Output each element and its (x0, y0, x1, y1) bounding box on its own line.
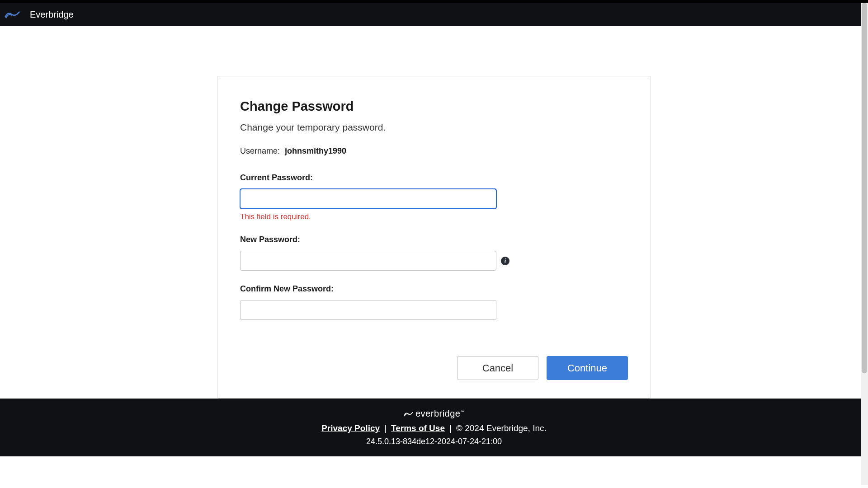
footer-separator: | (384, 423, 387, 433)
footer-logo-icon (404, 410, 414, 418)
everbridge-logo-icon (4, 5, 22, 23)
info-icon[interactable]: i (501, 257, 509, 265)
header-brand-name: Everbridge (30, 9, 74, 20)
new-password-label: New Password: (240, 235, 628, 244)
current-password-label: Current Password: (240, 173, 628, 183)
page-subtitle: Change your temporary password. (240, 122, 628, 133)
footer-copyright: © 2024 Everbridge, Inc. (456, 423, 547, 433)
button-row: Cancel Continue (240, 356, 628, 380)
username-label: Username: (240, 146, 280, 155)
footer-links: Privacy Policy | Terms of Use | © 2024 E… (321, 423, 547, 433)
footer-version: 24.5.0.13-834de12-2024-07-24-21:00 (366, 437, 502, 446)
footer-separator: | (449, 423, 452, 433)
privacy-policy-link[interactable]: Privacy Policy (321, 423, 380, 433)
current-password-group: Current Password: This field is required… (240, 173, 628, 221)
new-password-input[interactable] (240, 251, 496, 271)
current-password-error: This field is required. (240, 212, 628, 221)
change-password-card: Change Password Change your temporary pa… (217, 76, 651, 399)
confirm-password-label: Confirm New Password: (240, 284, 628, 294)
username-row: Username: johnsmithy1990 (240, 146, 628, 156)
page-title: Change Password (240, 99, 628, 114)
main-content: Change Password Change your temporary pa… (0, 26, 868, 399)
current-password-input[interactable] (240, 189, 496, 209)
scrollbar[interactable] (861, 3, 868, 485)
footer-logo-text: everbridge™ (415, 408, 464, 419)
confirm-password-input[interactable] (240, 300, 496, 320)
confirm-password-group: Confirm New Password: (240, 284, 628, 320)
scrollbar-thumb[interactable] (862, 3, 867, 373)
username-value: johnsmithy1990 (285, 146, 346, 155)
header-bar: Everbridge (0, 3, 868, 26)
terms-of-use-link[interactable]: Terms of Use (391, 423, 445, 433)
cancel-button[interactable]: Cancel (457, 356, 538, 380)
new-password-group: New Password: i (240, 235, 628, 271)
footer: everbridge™ Privacy Policy | Terms of Us… (0, 399, 868, 456)
footer-logo: everbridge™ (404, 408, 464, 419)
continue-button[interactable]: Continue (547, 356, 628, 380)
